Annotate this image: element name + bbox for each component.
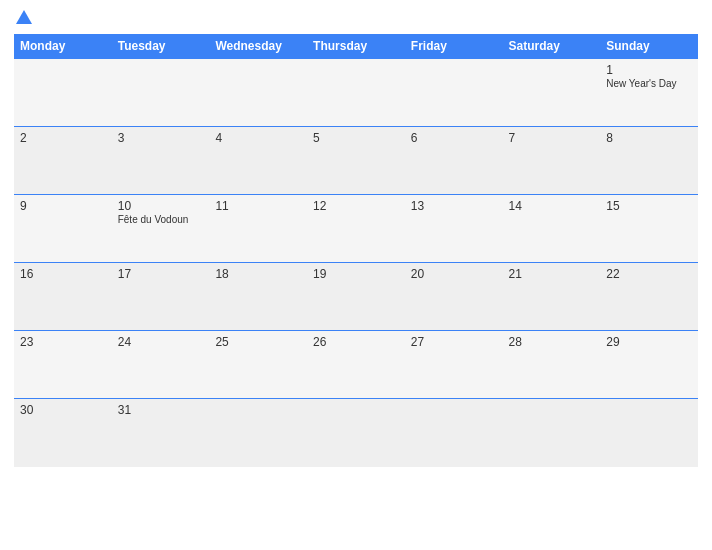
calendar-day-cell: 23 xyxy=(14,331,112,399)
day-number: 28 xyxy=(509,335,595,349)
day-number: 11 xyxy=(215,199,301,213)
logo xyxy=(14,10,32,26)
calendar-day-cell: 14 xyxy=(503,195,601,263)
day-event: Fête du Vodoun xyxy=(118,214,204,225)
day-number: 9 xyxy=(20,199,106,213)
day-number: 22 xyxy=(606,267,692,281)
day-number: 4 xyxy=(215,131,301,145)
day-number: 13 xyxy=(411,199,497,213)
calendar-header-row: MondayTuesdayWednesdayThursdayFridaySatu… xyxy=(14,34,698,59)
calendar-header-cell: Tuesday xyxy=(112,34,210,59)
calendar-day-cell: 25 xyxy=(209,331,307,399)
calendar-day-cell xyxy=(307,59,405,127)
calendar-day-cell xyxy=(405,399,503,467)
calendar-day-cell: 26 xyxy=(307,331,405,399)
calendar-day-cell xyxy=(503,399,601,467)
calendar-day-cell: 28 xyxy=(503,331,601,399)
day-number: 18 xyxy=(215,267,301,281)
day-number: 8 xyxy=(606,131,692,145)
calendar-day-cell xyxy=(209,59,307,127)
day-number: 29 xyxy=(606,335,692,349)
calendar-day-cell: 11 xyxy=(209,195,307,263)
calendar-day-cell: 21 xyxy=(503,263,601,331)
day-number: 23 xyxy=(20,335,106,349)
calendar-day-cell: 20 xyxy=(405,263,503,331)
day-event: New Year's Day xyxy=(606,78,692,89)
calendar-day-cell xyxy=(600,399,698,467)
calendar-day-cell: 24 xyxy=(112,331,210,399)
calendar-week-row: 3031 xyxy=(14,399,698,467)
calendar-week-row: 910Fête du Vodoun1112131415 xyxy=(14,195,698,263)
calendar-day-cell: 19 xyxy=(307,263,405,331)
calendar-day-cell xyxy=(14,59,112,127)
day-number: 5 xyxy=(313,131,399,145)
calendar-day-cell xyxy=(112,59,210,127)
calendar-header-cell: Thursday xyxy=(307,34,405,59)
calendar-day-cell: 15 xyxy=(600,195,698,263)
calendar-day-cell xyxy=(503,59,601,127)
calendar-day-cell: 30 xyxy=(14,399,112,467)
calendar-day-cell: 6 xyxy=(405,127,503,195)
calendar-day-cell xyxy=(209,399,307,467)
logo-triangle-icon xyxy=(16,10,32,24)
calendar-day-cell: 13 xyxy=(405,195,503,263)
day-number: 2 xyxy=(20,131,106,145)
calendar-week-row: 16171819202122 xyxy=(14,263,698,331)
calendar-day-cell: 4 xyxy=(209,127,307,195)
calendar-table: MondayTuesdayWednesdayThursdayFridaySatu… xyxy=(14,34,698,467)
day-number: 19 xyxy=(313,267,399,281)
calendar-day-cell: 1New Year's Day xyxy=(600,59,698,127)
calendar-day-cell: 27 xyxy=(405,331,503,399)
day-number: 12 xyxy=(313,199,399,213)
day-number: 27 xyxy=(411,335,497,349)
calendar-week-row: 1New Year's Day xyxy=(14,59,698,127)
calendar-day-cell: 16 xyxy=(14,263,112,331)
day-number: 31 xyxy=(118,403,204,417)
day-number: 17 xyxy=(118,267,204,281)
calendar-day-cell: 8 xyxy=(600,127,698,195)
day-number: 20 xyxy=(411,267,497,281)
calendar-day-cell xyxy=(307,399,405,467)
calendar-day-cell: 18 xyxy=(209,263,307,331)
calendar-header-cell: Wednesday xyxy=(209,34,307,59)
calendar-day-cell: 29 xyxy=(600,331,698,399)
day-number: 1 xyxy=(606,63,692,77)
calendar-week-row: 23242526272829 xyxy=(14,331,698,399)
day-number: 25 xyxy=(215,335,301,349)
calendar-header-cell: Saturday xyxy=(503,34,601,59)
calendar-day-cell xyxy=(405,59,503,127)
logo-row xyxy=(14,10,32,26)
calendar-header-cell: Sunday xyxy=(600,34,698,59)
day-number: 7 xyxy=(509,131,595,145)
calendar-day-cell: 3 xyxy=(112,127,210,195)
calendar-day-cell: 7 xyxy=(503,127,601,195)
page: MondayTuesdayWednesdayThursdayFridaySatu… xyxy=(0,0,712,550)
logo-block xyxy=(14,10,32,26)
calendar-day-cell: 17 xyxy=(112,263,210,331)
day-number: 26 xyxy=(313,335,399,349)
day-number: 30 xyxy=(20,403,106,417)
calendar-day-cell: 9 xyxy=(14,195,112,263)
day-number: 24 xyxy=(118,335,204,349)
calendar-day-cell: 2 xyxy=(14,127,112,195)
day-number: 6 xyxy=(411,131,497,145)
day-number: 15 xyxy=(606,199,692,213)
day-number: 16 xyxy=(20,267,106,281)
day-number: 21 xyxy=(509,267,595,281)
day-number: 3 xyxy=(118,131,204,145)
calendar-day-cell: 10Fête du Vodoun xyxy=(112,195,210,263)
calendar-day-cell: 5 xyxy=(307,127,405,195)
calendar-day-cell: 22 xyxy=(600,263,698,331)
calendar-week-row: 2345678 xyxy=(14,127,698,195)
calendar-day-cell: 31 xyxy=(112,399,210,467)
calendar-day-cell: 12 xyxy=(307,195,405,263)
day-number: 14 xyxy=(509,199,595,213)
day-number: 10 xyxy=(118,199,204,213)
header xyxy=(14,10,698,26)
calendar-header-cell: Monday xyxy=(14,34,112,59)
calendar-header-cell: Friday xyxy=(405,34,503,59)
